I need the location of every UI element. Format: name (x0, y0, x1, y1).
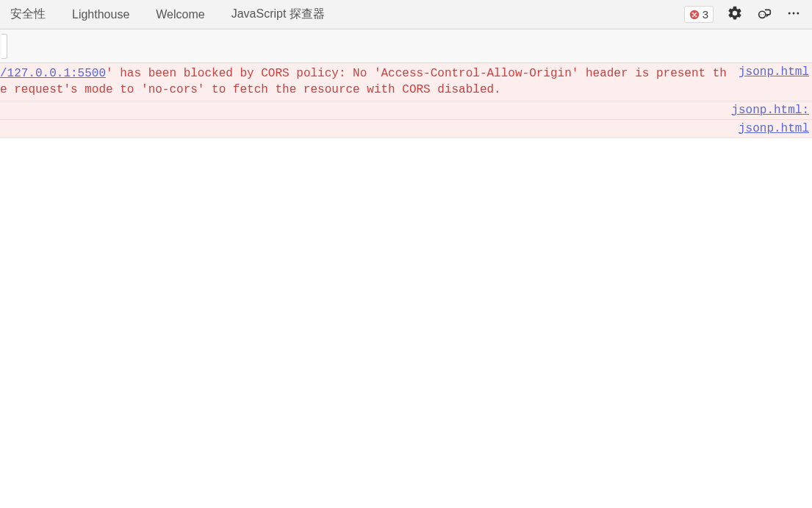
tab-security[interactable]: 安全性 (10, 7, 46, 22)
more-icon (786, 6, 801, 23)
error-count-badge[interactable]: 3 (684, 6, 714, 23)
error-count: 3 (703, 8, 708, 21)
gear-icon (727, 5, 743, 24)
console-message: /127.0.0.1:5500' has been blocked by COR… (0, 65, 730, 99)
svg-point-5 (793, 12, 795, 15)
tab-welcome[interactable]: Welcome (156, 8, 204, 21)
tab-lighthouse[interactable]: Lighthouse (72, 8, 129, 21)
source-link[interactable]: jsonp.html (730, 65, 809, 79)
feedback-icon (756, 5, 772, 24)
source-link[interactable]: jsonp.html (730, 122, 809, 135)
error-text: ' has been blocked by CORS policy: No 'A… (0, 67, 727, 96)
svg-point-6 (797, 12, 799, 15)
source-link[interactable]: jsonp.html: (722, 104, 809, 117)
origin-link[interactable]: /127.0.0.1:5500 (0, 67, 106, 80)
console-output: /127.0.0.1:5500' has been blocked by COR… (0, 63, 812, 138)
tab-js-profiler[interactable]: JavaScript 探查器 (231, 7, 325, 22)
console-subbar (0, 29, 812, 63)
more-button[interactable] (786, 7, 802, 23)
error-icon (689, 10, 700, 20)
console-error-row: jsonp.html: (0, 101, 812, 120)
feedback-button[interactable] (756, 7, 772, 23)
tabs-container: 安全性 Lighthouse Welcome JavaScript 探查器 (6, 7, 684, 22)
devtools-tabbar: 安全性 Lighthouse Welcome JavaScript 探查器 3 (0, 0, 812, 29)
filter-stub[interactable] (1, 34, 7, 59)
svg-point-2 (761, 14, 761, 15)
settings-button[interactable] (727, 7, 743, 23)
toolbar-right: 3 (684, 6, 806, 23)
svg-point-3 (764, 14, 764, 15)
svg-point-1 (759, 11, 766, 18)
console-error-row: jsonp.html (0, 120, 812, 138)
console-error-row: /127.0.0.1:5500' has been blocked by COR… (0, 63, 812, 101)
svg-point-4 (788, 12, 791, 15)
